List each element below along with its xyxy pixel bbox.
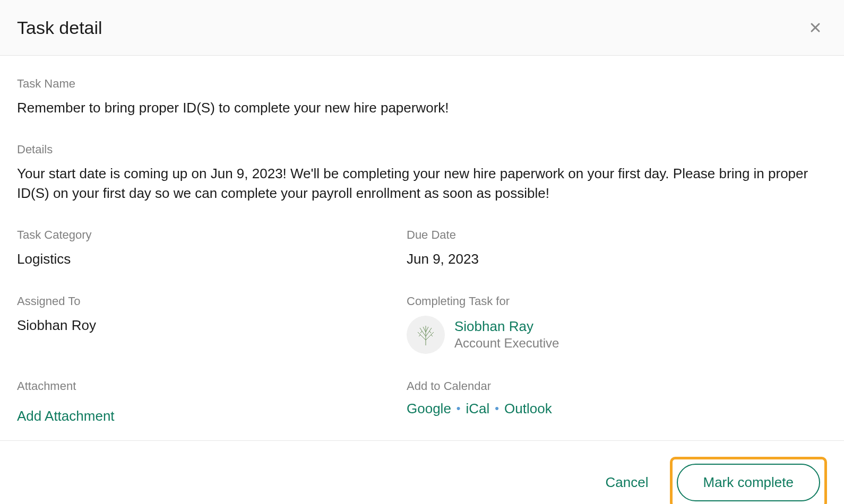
assigned-completing-row: Assigned To Siobhan Roy Completing Task … [17,294,827,354]
due-date-value: Jun 9, 2023 [407,249,827,268]
attachment-label: Attachment [17,379,385,393]
add-attachment-link[interactable]: Add Attachment [17,408,385,424]
attachment-calendar-row: Attachment Add Attachment Add to Calenda… [17,379,827,424]
assigned-to-label: Assigned To [17,294,385,308]
mark-complete-button[interactable]: Mark complete [677,464,821,501]
details-label: Details [17,143,827,157]
assigned-to-section: Assigned To Siobhan Roy [17,294,385,354]
cancel-button[interactable]: Cancel [606,474,649,491]
close-icon [808,20,823,35]
completing-for-section: Completing Task for [407,294,827,354]
assigned-to-value: Siobhan Roy [17,316,385,335]
details-value: Your start date is coming up on Jun 9, 2… [17,164,827,203]
dot-separator: • [495,402,499,415]
due-date-section: Due Date Jun 9, 2023 [407,228,827,268]
completing-for-name[interactable]: Siobhan Ray [454,318,559,335]
task-category-section: Task Category Logistics [17,228,385,268]
calendar-outlook-link[interactable]: Outlook [504,401,552,417]
calendar-ical-link[interactable]: iCal [466,401,490,417]
calendar-section: Add to Calendar Google • iCal • Outlook [407,379,827,424]
due-date-label: Due Date [407,228,827,242]
profile-info: Siobhan Ray Account Executive [454,318,559,351]
modal-content: Task Name Remember to bring proper ID(S)… [0,56,844,440]
dot-separator: • [457,402,461,415]
page-title: Task detail [17,18,102,38]
details-section: Details Your start date is coming up on … [17,143,827,203]
calendar-links: Google • iCal • Outlook [407,401,827,417]
task-name-section: Task Name Remember to bring proper ID(S)… [17,77,827,117]
plant-icon [412,321,439,348]
completing-for-profile: Siobhan Ray Account Executive [407,316,827,354]
attachment-section: Attachment Add Attachment [17,379,385,424]
completing-for-label: Completing Task for [407,294,827,308]
task-category-label: Task Category [17,228,385,242]
completing-for-title: Account Executive [454,336,559,351]
highlight-annotation: Mark complete [670,457,828,504]
modal-header: Task detail [0,0,844,56]
close-button[interactable] [804,16,827,39]
calendar-google-link[interactable]: Google [407,401,451,417]
calendar-label: Add to Calendar [407,379,827,393]
category-duedate-row: Task Category Logistics Due Date Jun 9, … [17,228,827,268]
modal-footer: Cancel Mark complete [0,440,844,504]
task-name-label: Task Name [17,77,827,91]
task-name-value: Remember to bring proper ID(S) to comple… [17,98,827,117]
avatar [407,316,445,354]
task-category-value: Logistics [17,249,385,268]
